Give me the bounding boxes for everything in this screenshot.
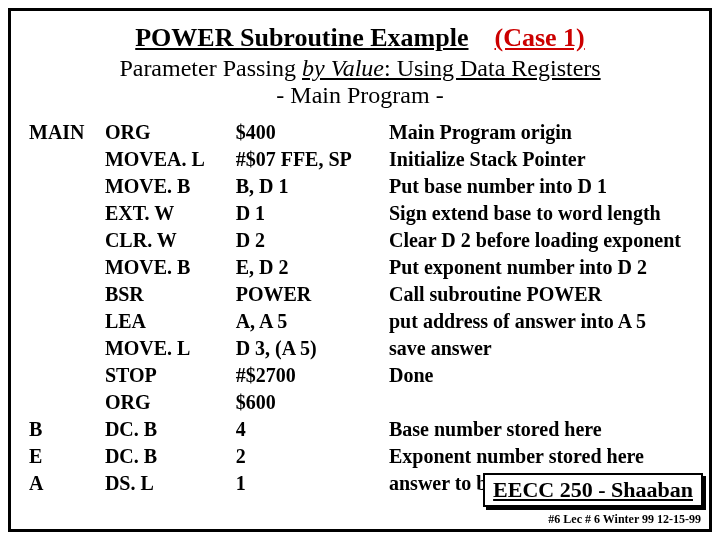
- code-label: [29, 227, 105, 254]
- code-arg: POWER: [236, 281, 389, 308]
- code-row: BDC. B4Base number stored here: [29, 416, 691, 443]
- code-op: MOVE. L: [105, 335, 236, 362]
- code-label: [29, 200, 105, 227]
- code-row: MOVE. LD 3, (A 5)save answer: [29, 335, 691, 362]
- footer-box: EECC 250 - Shaaban: [483, 473, 703, 507]
- code-comment: Exponent number stored here: [389, 443, 691, 470]
- code-arg: A, A 5: [236, 308, 389, 335]
- code-comment: Clear D 2 before loading exponent: [389, 227, 691, 254]
- code-arg: #$07 FFE, SP: [236, 146, 389, 173]
- title2-pre: Parameter Passing: [119, 55, 302, 81]
- code-op: LEA: [105, 308, 236, 335]
- code-body: MAINORG$400Main Program originMOVEA. L#$…: [29, 119, 691, 497]
- code-arg: 4: [236, 416, 389, 443]
- code-comment: [389, 389, 691, 416]
- code-op: ORG: [105, 119, 236, 146]
- code-label: [29, 281, 105, 308]
- code-op: CLR. W: [105, 227, 236, 254]
- code-arg: D 3, (A 5): [236, 335, 389, 362]
- code-comment: put address of answer into A 5: [389, 308, 691, 335]
- code-comment: Done: [389, 362, 691, 389]
- code-comment: Base number stored here: [389, 416, 691, 443]
- code-arg: #$2700: [236, 362, 389, 389]
- title2-post: : Using Data Registers: [384, 55, 601, 81]
- code-comment: Sign extend base to word length: [389, 200, 691, 227]
- code-op: MOVE. B: [105, 254, 236, 281]
- code-label: [29, 362, 105, 389]
- footer-small: #6 Lec # 6 Winter 99 12-15-99: [548, 512, 701, 527]
- code-op: STOP: [105, 362, 236, 389]
- title-line-2: Parameter Passing by Value: Using Data R…: [29, 55, 691, 82]
- title2-italic: by Value: [302, 55, 384, 81]
- code-label: [29, 335, 105, 362]
- code-row: MOVE. BE, D 2Put exponent number into D …: [29, 254, 691, 281]
- code-table: MAINORG$400Main Program originMOVEA. L#$…: [29, 119, 691, 497]
- code-op: EXT. W: [105, 200, 236, 227]
- code-op: MOVEA. L: [105, 146, 236, 173]
- code-label: E: [29, 443, 105, 470]
- code-label: [29, 254, 105, 281]
- code-arg: $400: [236, 119, 389, 146]
- code-arg: B, D 1: [236, 173, 389, 200]
- code-label: MAIN: [29, 119, 105, 146]
- code-comment: save answer: [389, 335, 691, 362]
- code-comment: Main Program origin: [389, 119, 691, 146]
- code-row: STOP#$2700Done: [29, 362, 691, 389]
- code-label: A: [29, 470, 105, 497]
- code-op: ORG: [105, 389, 236, 416]
- slide-frame: POWER Subroutine Example (Case 1) Parame…: [8, 8, 712, 532]
- code-comment: Put base number into D 1: [389, 173, 691, 200]
- code-row: ORG$600: [29, 389, 691, 416]
- title-case: (Case 1): [494, 23, 584, 52]
- code-op: MOVE. B: [105, 173, 236, 200]
- code-comment: Call subroutine POWER: [389, 281, 691, 308]
- code-row: MOVE. BB, D 1Put base number into D 1: [29, 173, 691, 200]
- code-arg: E, D 2: [236, 254, 389, 281]
- code-op: DC. B: [105, 443, 236, 470]
- code-arg: D 1: [236, 200, 389, 227]
- title-line-3: - Main Program -: [29, 82, 691, 109]
- code-row: EDC. B2Exponent number stored here: [29, 443, 691, 470]
- code-arg: 1: [236, 470, 389, 497]
- code-comment: Put exponent number into D 2: [389, 254, 691, 281]
- code-row: LEAA, A 5 put address of answer into A 5: [29, 308, 691, 335]
- code-label: [29, 146, 105, 173]
- title-main: POWER Subroutine Example: [135, 23, 468, 52]
- code-row: MAINORG$400Main Program origin: [29, 119, 691, 146]
- code-row: MOVEA. L#$07 FFE, SPInitialize Stack Poi…: [29, 146, 691, 173]
- code-label: [29, 173, 105, 200]
- code-comment: Initialize Stack Pointer: [389, 146, 691, 173]
- title-line-1: POWER Subroutine Example (Case 1): [29, 23, 691, 53]
- code-op: DC. B: [105, 416, 236, 443]
- code-row: BSRPOWERCall subroutine POWER: [29, 281, 691, 308]
- code-op: BSR: [105, 281, 236, 308]
- code-arg: D 2: [236, 227, 389, 254]
- code-op: DS. L: [105, 470, 236, 497]
- code-label: B: [29, 416, 105, 443]
- code-label: [29, 389, 105, 416]
- code-arg: 2: [236, 443, 389, 470]
- code-row: CLR. WD 2Clear D 2 before loading expone…: [29, 227, 691, 254]
- title-spacer: [475, 23, 488, 52]
- code-row: EXT. WD 1Sign extend base to word length: [29, 200, 691, 227]
- code-arg: $600: [236, 389, 389, 416]
- code-label: [29, 308, 105, 335]
